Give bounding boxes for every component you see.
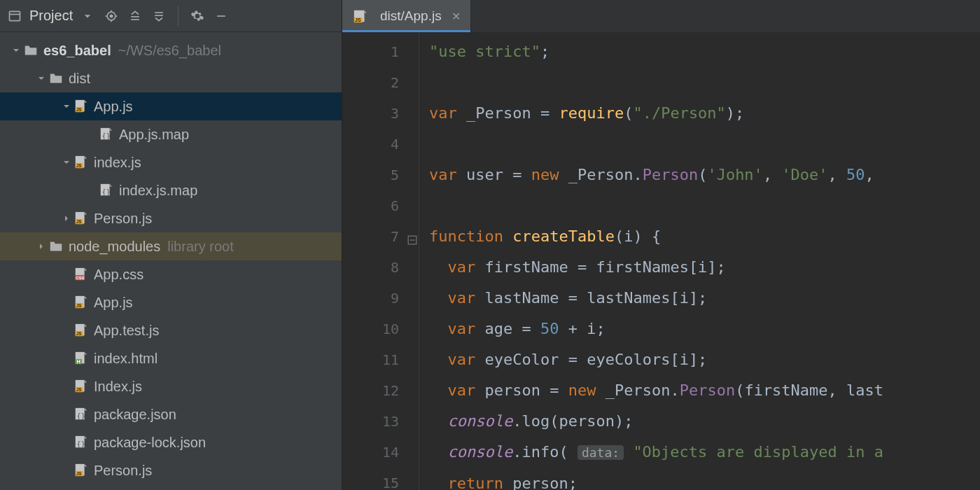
tree-item[interactable]: node_moduleslibrary root [0,232,342,260]
code-line[interactable]: var lastName = lastNames[i]; [429,283,980,314]
line-number[interactable]: 3 [342,98,419,129]
editor-code[interactable]: "use strict"; var _Person = require("./P… [419,32,980,490]
line-number[interactable]: 10 [342,314,419,344]
tree-item-label: Person.js [94,211,152,227]
project-label[interactable]: Project [29,8,73,24]
code-line[interactable]: "use strict"; [429,36,980,67]
line-number[interactable]: 1 [342,36,419,67]
tree-item[interactable]: {}index.js.map [0,176,342,204]
js-icon: JS [73,98,90,115]
code-line[interactable]: var age = 50 + i; [429,314,980,344]
chevron-down-icon[interactable] [78,7,97,25]
chevron-down-icon[interactable] [60,158,73,167]
fold-icon[interactable] [407,232,417,241]
tree-item[interactable]: Hindex.html [0,344,342,372]
chevron-right-icon[interactable] [35,242,48,251]
close-icon[interactable]: ✕ [451,10,461,23]
code-line[interactable]: return person; [429,468,980,490]
chevron-down-icon[interactable] [35,74,48,83]
tree-item[interactable]: {}App.js.map [0,120,342,148]
tree-item[interactable]: CSSApp.css [0,260,342,288]
line-number[interactable]: 4 [342,129,419,160]
tree-item-label: dist [69,71,90,87]
tree-item-label: Index.js [94,379,142,395]
tree-item[interactable]: JSApp.test.js [0,316,342,344]
tree-item[interactable]: JSIndex.js [0,372,342,400]
collapse-all-icon[interactable] [150,7,168,25]
folder-icon [48,70,64,87]
code-line[interactable] [429,129,980,160]
tree-item-label: index.js.map [119,183,197,199]
svg-text:JS: JS [76,387,83,392]
project-tree[interactable]: es6_babel~/WS/es6_babeldistJSApp.js{}App… [0,32,342,490]
editor-tabbar: JS dist/App.js ✕ [342,0,980,32]
code-line[interactable]: console.info( data: "Objects are display… [429,437,980,468]
svg-text:JS: JS [76,303,83,308]
chevron-down-icon[interactable] [60,102,73,111]
tree-item-label: node_modules [69,239,160,255]
tree-item-label: package-lock.json [94,435,206,451]
css-icon: CSS [73,266,90,283]
line-number[interactable]: 5 [342,160,419,190]
svg-rect-0 [10,11,20,20]
tree-item-label: package.json [94,407,176,423]
line-number[interactable]: 6 [342,190,419,221]
tree-item[interactable]: dist [0,64,342,92]
editor-tab[interactable]: JS dist/App.js ✕ [342,0,471,32]
tree-item[interactable]: {}package-lock.json [0,428,342,456]
chevron-right-icon[interactable] [60,214,73,223]
svg-text:{}: {} [77,440,85,448]
code-line[interactable] [429,67,980,98]
tree-item-label: App.css [94,267,144,283]
tree-item[interactable]: es6_babel~/WS/es6_babel [0,36,342,64]
code-line[interactable]: var user = new _Person.Person('John', 'D… [429,160,980,190]
tree-item-hint: library root [167,239,233,255]
line-number[interactable]: 15 [342,468,419,490]
code-line[interactable]: var _Person = require("./Person"); [429,98,980,129]
line-number[interactable]: 12 [342,375,419,406]
svg-text:JS: JS [76,163,83,168]
expand-all-icon[interactable] [126,7,144,25]
line-number[interactable]: 14 [342,437,419,468]
tree-item-label: index.html [94,351,158,367]
tree-item-label: es6_babel [43,43,111,59]
js-icon: JS [73,462,90,479]
tree-item-label: index.js [94,155,141,171]
editor-area: JS dist/App.js ✕ 123456789101112131415 "… [342,0,980,490]
folder-icon [22,42,39,59]
line-number[interactable]: 13 [342,406,419,437]
js-icon: JS [73,154,90,171]
html-icon: H [73,350,90,367]
code-line[interactable]: var firstName = firstNames[i]; [429,252,980,283]
chevron-down-icon[interactable] [10,46,22,55]
line-number[interactable]: 8 [342,252,419,283]
tree-item[interactable]: JSPerson.js [0,204,342,232]
tree-item[interactable]: JSApp.js [0,288,342,316]
tree-item[interactable]: JSindex.js [0,148,342,176]
code-line[interactable]: var eyeColor = eyeColors[i]; [429,344,980,375]
minimize-icon[interactable] [212,7,230,25]
separator [178,6,178,26]
line-number[interactable]: 11 [342,344,419,375]
code-line[interactable]: function createTable(i) { [429,221,980,252]
svg-text:JS: JS [76,331,83,336]
line-number[interactable]: 9 [342,283,419,314]
line-number[interactable]: 7 [342,221,419,252]
project-view-icon [6,7,24,25]
svg-point-3 [111,15,113,17]
line-number[interactable]: 2 [342,67,419,98]
editor-gutter[interactable]: 123456789101112131415 [342,32,419,490]
code-line[interactable]: console.log(person); [429,406,980,437]
tree-item[interactable]: JSPerson.js [0,456,342,484]
tree-item[interactable]: JSApp.js [0,92,342,120]
project-tool-window: Project es6_babel~/WS/es6_babeldistJSApp… [0,0,342,490]
editor-tab-label: dist/App.js [380,8,442,24]
locate-icon[interactable] [102,7,120,25]
tree-item-label: App.js [94,99,133,115]
gear-icon[interactable] [188,7,206,25]
tree-item[interactable]: {}package.json [0,400,342,428]
code-line[interactable] [429,190,980,221]
editor-body: 123456789101112131415 "use strict"; var … [342,32,980,490]
code-line[interactable]: var person = new _Person.Person(firstNam… [429,375,980,406]
svg-text:{}: {} [102,188,111,196]
